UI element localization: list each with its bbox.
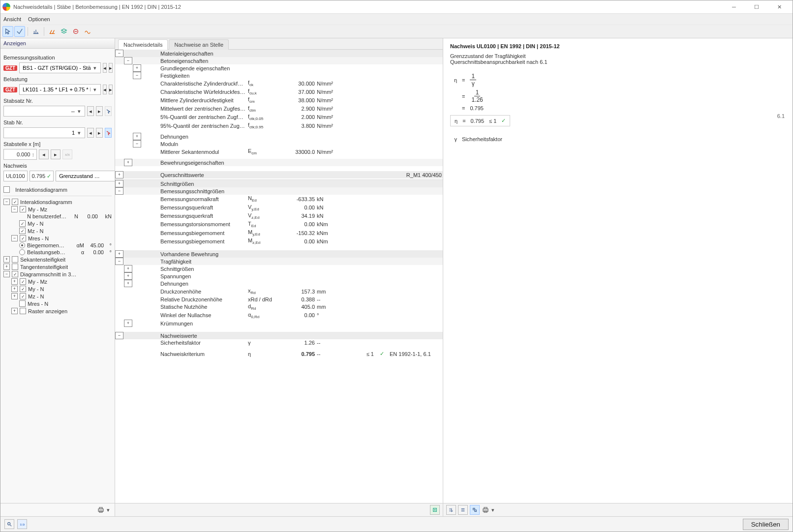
footer-search-icon[interactable] — [4, 519, 14, 529]
next-button[interactable]: ▸ — [109, 85, 113, 94]
row-expand[interactable] — [133, 72, 141, 79]
footer-units-icon[interactable]: 0.00 — [17, 519, 27, 529]
export-button[interactable] — [430, 505, 440, 515]
prev-button[interactable]: ◂ — [103, 63, 107, 73]
tree-expand[interactable] — [3, 199, 10, 205]
tool-wave-icon[interactable] — [82, 26, 93, 37]
menu-view[interactable]: Ansicht — [3, 16, 21, 22]
row-expand[interactable] — [124, 265, 132, 272]
next-button[interactable]: ▸ — [96, 106, 103, 116]
tree-item[interactable]: Diagrammschnitt in 3… — [20, 271, 76, 277]
print-dropdown[interactable]: ▾ — [482, 506, 496, 514]
select-member[interactable]: ▾ — [3, 127, 85, 138]
tree-expand[interactable] — [11, 235, 18, 241]
prev-button[interactable]: ◂ — [87, 128, 94, 138]
tree-item[interactable]: Raster anzeigen — [28, 308, 67, 314]
row-expand[interactable] — [115, 250, 123, 258]
tree-expand[interactable] — [11, 206, 18, 212]
details-grid: Materialeigenschaften Betoneigenschaften… — [115, 50, 443, 503]
row-expand[interactable] — [133, 133, 141, 140]
close-window-button[interactable]: ✕ — [768, 0, 791, 13]
prev-button[interactable]: ◂ — [87, 106, 94, 116]
tool-graph1-icon[interactable] — [30, 26, 41, 37]
tree-item[interactable]: My - N — [28, 286, 44, 292]
tree-expand[interactable] — [3, 256, 10, 263]
minimize-button[interactable]: ─ — [723, 0, 745, 13]
tree-item[interactable]: My - Mz — [28, 279, 47, 285]
tree-item[interactable]: Mres - N — [28, 236, 49, 241]
next-button[interactable]: ▸ — [51, 149, 61, 159]
row-expand[interactable] — [124, 320, 132, 327]
checkbox-interaction[interactable] — [3, 186, 10, 193]
tool-r2-icon[interactable] — [458, 505, 468, 515]
row-expand[interactable] — [124, 159, 132, 166]
tree-expand[interactable] — [11, 286, 18, 292]
row-expand[interactable] — [124, 280, 132, 287]
tool-select-icon[interactable] — [14, 26, 25, 37]
tree-check[interactable] — [12, 271, 18, 277]
tool-r3-icon[interactable] — [470, 505, 480, 515]
tree-expand[interactable] — [3, 264, 10, 270]
pick-member-button[interactable] — [105, 128, 112, 138]
tree-check[interactable] — [12, 264, 18, 270]
tree-expand[interactable] — [3, 271, 10, 277]
row-expand[interactable] — [115, 171, 123, 178]
select-memberset[interactable]: ▾ — [3, 106, 85, 117]
tree-check[interactable] — [19, 220, 26, 227]
tree-check[interactable] — [20, 308, 26, 314]
row-expand[interactable] — [124, 57, 132, 64]
row-expand[interactable] — [133, 140, 141, 148]
tree-check[interactable] — [19, 228, 26, 234]
row-expand[interactable] — [115, 187, 123, 195]
tree-expand[interactable] — [11, 308, 18, 314]
row-expand[interactable] — [115, 50, 123, 57]
prev-button[interactable]: ◂ — [103, 85, 107, 94]
label-loading: Belastung — [3, 76, 112, 82]
next-button[interactable]: ▸ — [109, 63, 113, 73]
tree-item[interactable]: Tangentensteifigkeit — [20, 264, 68, 270]
tree-check[interactable] — [20, 206, 26, 212]
input-location-x[interactable]: 0.000 ↕ — [3, 149, 37, 160]
print-dropdown[interactable]: ▾ — [97, 506, 112, 514]
tool-layers-icon[interactable] — [59, 26, 69, 37]
tree-check[interactable] — [20, 293, 26, 299]
row-expand[interactable] — [115, 258, 123, 265]
tree-check[interactable] — [20, 278, 26, 285]
tree-radio[interactable] — [19, 242, 25, 248]
tree-item[interactable]: Sekantensteifigkeit — [20, 257, 65, 263]
next-button[interactable]: ▸ — [96, 128, 103, 138]
tree-expand[interactable] — [11, 293, 18, 299]
row-expand[interactable] — [133, 64, 141, 72]
tree-item[interactable]: Mz - N — [28, 228, 43, 234]
row-expand[interactable] — [115, 332, 123, 339]
row-expand[interactable] — [124, 272, 132, 280]
select-design-situation[interactable]: ▾ — [19, 62, 101, 73]
tree-item[interactable]: My - Mz — [28, 207, 47, 212]
tab-details[interactable]: Nachweisdetails — [118, 39, 168, 50]
tool-cursor-icon[interactable] — [2, 26, 13, 37]
tree-check[interactable] — [20, 286, 26, 292]
tree-item[interactable]: My - N — [28, 221, 43, 227]
tree-item[interactable]: Mz - N — [28, 294, 44, 299]
tree-check[interactable] — [12, 256, 18, 263]
row-expand[interactable] — [115, 180, 123, 187]
maximize-button[interactable]: ☐ — [745, 0, 768, 13]
nachweis-value: 0.795 ✓ — [30, 171, 54, 181]
menu-options[interactable]: Optionen — [28, 16, 50, 22]
tool-r1-icon[interactable] — [446, 505, 456, 515]
select-nachweis[interactable]: ▾ — [56, 171, 115, 181]
app-icon — [2, 3, 10, 11]
tree-check[interactable] — [20, 235, 26, 241]
tool-red-icon[interactable] — [70, 26, 81, 37]
prev-button[interactable]: ◂ — [39, 149, 49, 159]
tool-arrows-icon[interactable] — [47, 26, 58, 37]
select-loading[interactable]: ▾ — [19, 84, 101, 95]
tree-check[interactable] — [19, 300, 26, 307]
tree-item[interactable]: Mres - N — [28, 301, 48, 307]
tree-radio[interactable] — [19, 249, 25, 255]
tree-check[interactable] — [12, 199, 18, 205]
tree-expand[interactable] — [11, 278, 18, 285]
tree-item[interactable]: Interaktionsdiagramm — [20, 199, 72, 205]
close-button[interactable]: Schließen — [743, 519, 789, 530]
tab-at-location[interactable]: Nachweise an Stelle — [169, 39, 229, 50]
